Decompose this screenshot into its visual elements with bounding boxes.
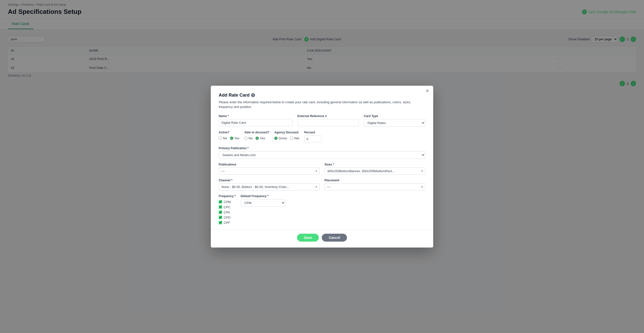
modal-footer: Save Cancel [219, 234, 425, 242]
placement-field-group: Placement — ▼ [324, 178, 425, 190]
discount-yes-radio[interactable] [256, 136, 259, 140]
publications-select-wrapper: — ▼ [219, 168, 320, 175]
form-row-frequency: Frequency * CPM CPC CPA [219, 194, 425, 224]
channel-field-group: Channel * None - $0.00, Bottom - $0.00, … [219, 178, 320, 190]
agency-gross-label[interactable]: Gross [274, 136, 287, 140]
save-button[interactable]: Save [297, 234, 319, 242]
active-no-radio[interactable] [219, 136, 222, 140]
discount-yes-label[interactable]: Yes [256, 136, 265, 140]
placement-label: Placement [324, 178, 425, 182]
modal-divider [211, 230, 433, 230]
agency-discount-radio-group: Gross Net [274, 136, 299, 140]
publications-label: Publications [219, 163, 320, 166]
publications-field-group: Publications — ▼ [219, 163, 320, 175]
agency-net-label[interactable]: Net [290, 136, 299, 140]
frequency-checkbox-group: CPM CPC CPA CPD [219, 200, 236, 224]
ext-ref-label: External Reference # [298, 114, 359, 118]
modal-overlay: ✕ Add Rate Card ? Please enter the infor… [0, 0, 644, 333]
freq-cpm-checkbox[interactable] [219, 200, 222, 204]
freq-cpc-checkbox[interactable] [219, 205, 222, 209]
placement-select-wrapper: — ▼ [324, 183, 425, 190]
form-row-channel-placement: Channel * None - $0.00, Bottom - $0.00, … [219, 178, 425, 190]
form-row-active: Active? No Yes Able to discount? [219, 131, 425, 142]
active-no-label[interactable]: No [219, 136, 227, 140]
freq-cpd-label[interactable]: CPD [219, 216, 236, 219]
discount-radio-group: No Yes [244, 136, 269, 140]
freq-cpa-checkbox[interactable] [219, 210, 222, 214]
discount-no-label[interactable]: No [244, 136, 253, 140]
channel-label: Channel * [219, 178, 320, 182]
primary-pub-select[interactable]: Sweets and Meats.com [219, 151, 425, 159]
cancel-button[interactable]: Cancel [322, 234, 347, 242]
card-type-select[interactable]: Digital Rates Print Rates [364, 119, 425, 127]
placement-select[interactable]: — [324, 183, 425, 190]
agency-net-radio[interactable] [290, 136, 293, 140]
percent-field-group: Percent [304, 131, 322, 142]
card-type-field-group: Card Type Digital Rates Print Rates [364, 114, 425, 127]
frequency-field-group: Frequency * CPM CPC CPA [219, 194, 236, 224]
ext-ref-field-group: External Reference # [298, 114, 359, 126]
form-row-primary-pub: Primary Publication * Sweets and Meats.c… [219, 146, 425, 159]
sizes-select[interactable]: 300x250BottomBanner, 300x250MediumRect..… [324, 168, 425, 175]
help-icon[interactable]: ? [251, 93, 255, 97]
modal-description: Please enter the information required be… [219, 100, 425, 110]
default-freq-select[interactable]: CPM CPC CPA CPD CPF [241, 199, 285, 207]
percent-input[interactable] [304, 135, 322, 142]
modal-close-button[interactable]: ✕ [426, 89, 429, 93]
sizes-label: Sizes * [324, 163, 425, 166]
sizes-select-wrapper: 300x250BottomBanner, 300x250MediumRect..… [324, 168, 425, 175]
frequency-label: Frequency * [219, 194, 236, 198]
form-row-name: Name * External Reference # Card Type Di… [219, 114, 425, 127]
freq-cpf-label[interactable]: CPF [219, 221, 236, 224]
active-radio-group: No Yes [219, 136, 240, 140]
discount-label: Able to discount? [244, 131, 269, 134]
active-field-group: Active? No Yes [219, 131, 240, 140]
publications-select[interactable]: — [219, 168, 320, 175]
primary-pub-label: Primary Publication * [219, 146, 425, 150]
ext-ref-input[interactable] [298, 119, 359, 126]
agency-gross-radio[interactable] [274, 136, 278, 140]
freq-cpc-label[interactable]: CPC [219, 205, 236, 209]
primary-pub-field-group: Primary Publication * Sweets and Meats.c… [219, 146, 425, 159]
add-rate-card-modal: ✕ Add Rate Card ? Please enter the infor… [211, 86, 433, 248]
agency-discount-label: Agency Discount [274, 131, 299, 134]
agency-discount-field-group: Agency Discount Gross Net [274, 131, 299, 140]
active-yes-radio[interactable] [230, 136, 233, 140]
active-yes-label[interactable]: Yes [230, 136, 240, 140]
modal-title: Add Rate Card ? [219, 93, 425, 98]
sizes-field-group: Sizes * 300x250BottomBanner, 300x250Medi… [324, 163, 425, 175]
active-label: Active? [219, 131, 240, 134]
name-label: Name * [219, 114, 292, 118]
freq-cpm-label[interactable]: CPM [219, 200, 236, 204]
discount-no-radio[interactable] [244, 136, 248, 140]
freq-cpa-label[interactable]: CPA [219, 210, 236, 214]
freq-cpd-checkbox[interactable] [219, 216, 222, 219]
default-freq-label: Default Frequency * [241, 194, 285, 198]
discount-field-group: Able to discount? No Yes [244, 131, 269, 140]
freq-cpf-checkbox[interactable] [219, 221, 222, 224]
card-type-label: Card Type [364, 114, 425, 118]
default-freq-field-group: Default Frequency * CPM CPC CPA CPD CPF [241, 194, 285, 207]
channel-select[interactable]: None - $0.00, Bottom - $0.00, Inventory … [219, 183, 320, 190]
percent-label: Percent [304, 131, 322, 134]
name-input[interactable] [219, 119, 292, 126]
channel-select-wrapper: None - $0.00, Bottom - $0.00, Inventory … [219, 183, 320, 190]
form-row-pubs-sizes: Publications — ▼ Sizes * 300x250BottomBa… [219, 163, 425, 175]
name-field-group: Name * [219, 114, 292, 126]
